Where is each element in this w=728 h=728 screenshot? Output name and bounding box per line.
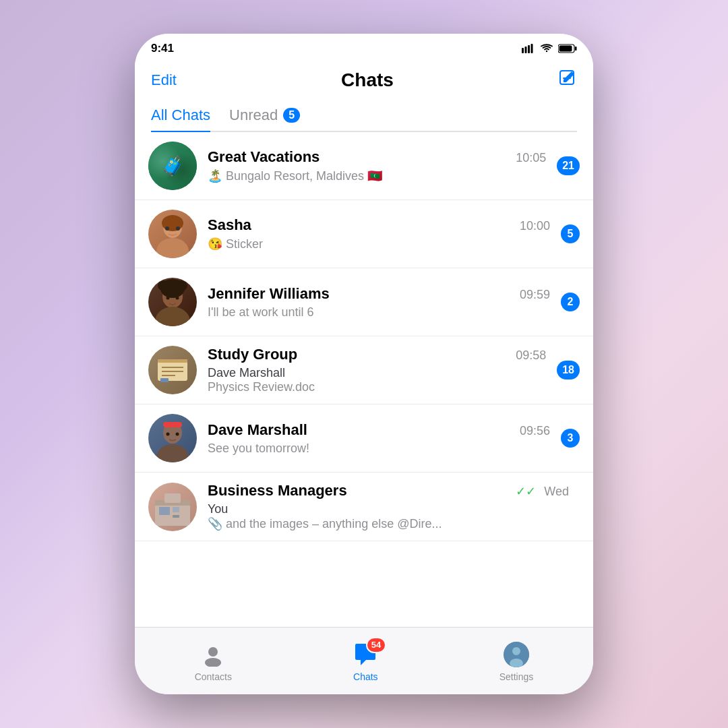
chat-content-sasha: Sasha 10:00 😘 Sticker [208, 216, 550, 251]
signal-icon [522, 44, 535, 53]
svg-rect-34 [159, 507, 170, 515]
unread-count: 2 [561, 293, 580, 311]
nav-bar: Edit Chats All Chats Unread 5 [135, 63, 593, 132]
status-time: 9:41 [151, 42, 174, 55]
avatar-great-vacations: 🧳 [148, 142, 197, 190]
chat-right: 5 [561, 224, 580, 243]
avatar-sasha [148, 210, 197, 258]
svg-rect-2 [528, 45, 530, 53]
chat-content-dave: Dave Marshall 09:56 See you tomorrow! [208, 421, 550, 456]
chat-time: 09:59 [520, 288, 550, 302]
avatar-business [148, 483, 197, 531]
svg-rect-6 [559, 46, 572, 52]
svg-point-12 [162, 215, 183, 231]
chat-name: Study Group [208, 346, 297, 363]
tab-all-chats[interactable]: All Chats [151, 100, 210, 131]
svg-point-14 [176, 226, 180, 231]
contacts-icon [199, 640, 227, 669]
chat-name: Sasha [208, 216, 251, 234]
svg-rect-0 [522, 48, 524, 53]
chats-unread-badge: 54 [366, 637, 386, 653]
chat-preview-line1: Dave Marshall [208, 366, 546, 380]
unread-badge: 5 [283, 108, 300, 123]
chat-time: Wed [544, 485, 569, 499]
svg-rect-30 [163, 422, 182, 427]
svg-point-40 [205, 658, 221, 667]
contacts-label: Contacts [195, 671, 232, 682]
settings-icon [502, 640, 530, 669]
status-bar: 9:41 [135, 34, 593, 63]
svg-point-16 [155, 307, 190, 326]
tab-settings[interactable]: Settings [486, 635, 547, 688]
avatar-dave [148, 414, 197, 462]
chat-time: 10:05 [516, 151, 546, 165]
svg-rect-38 [164, 493, 181, 503]
settings-label: Settings [499, 671, 534, 682]
svg-point-39 [208, 647, 218, 657]
chat-preview: See you tomorrow! [208, 442, 550, 456]
svg-rect-5 [575, 47, 577, 51]
chat-name: Great Vacations [208, 148, 320, 166]
chats-label: Chats [353, 671, 378, 682]
tab-unread[interactable]: Unread 5 [229, 100, 300, 131]
svg-point-20 [166, 297, 170, 300]
chat-item-study-group[interactable]: Study Group 09:58 Dave Marshall Physics … [135, 336, 593, 404]
chat-content-study-group: Study Group 09:58 Dave Marshall Physics … [208, 346, 546, 394]
chat-item-great-vacations[interactable]: 🧳 Great Vacations 10:05 🏝️ Bungalo Resor… [135, 132, 593, 200]
compose-button[interactable] [558, 69, 577, 92]
svg-rect-36 [173, 515, 179, 518]
battery-icon [558, 44, 577, 53]
chat-item-dave[interactable]: Dave Marshall 09:56 See you tomorrow! 3 [135, 404, 593, 473]
chat-time: 09:58 [516, 348, 546, 363]
chat-time: 09:56 [520, 424, 550, 438]
double-check-icon: ✓✓ [516, 484, 536, 499]
chat-item-jennifer[interactable]: Jennifer Williams 09:59 I'll be at work … [135, 268, 593, 336]
svg-rect-23 [158, 359, 187, 363]
chat-list: 🧳 Great Vacations 10:05 🏝️ Bungalo Resor… [135, 132, 593, 627]
chat-preview-line1: You [208, 502, 569, 516]
bottom-tab-bar: Contacts 54 Chats [135, 627, 593, 694]
avatar-jennifer [148, 278, 197, 326]
chat-name: Jennifer Williams [208, 285, 330, 303]
wifi-icon [541, 44, 553, 53]
chat-right: 3 [561, 429, 580, 448]
chat-item-sasha[interactable]: Sasha 10:00 😘 Sticker 5 [135, 200, 593, 268]
tab-chats-active[interactable]: 54 Chats [338, 635, 393, 688]
chat-name: Business Managers [208, 482, 347, 499]
chat-content-great-vacations: Great Vacations 10:05 🏝️ Bungalo Resort,… [208, 148, 546, 183]
svg-point-42 [512, 647, 520, 655]
svg-rect-1 [525, 47, 527, 53]
chat-right: 18 [557, 361, 580, 380]
svg-rect-27 [160, 378, 169, 382]
unread-count: 3 [561, 429, 580, 448]
chat-time: 10:00 [520, 219, 550, 233]
chat-right: 2 [561, 293, 580, 311]
svg-point-19 [174, 280, 187, 291]
page-title: Chats [341, 69, 394, 91]
chat-name: Dave Marshall [208, 421, 307, 439]
svg-point-11 [156, 238, 189, 258]
svg-point-29 [156, 444, 189, 462]
chats-tab-icon: 54 [351, 640, 380, 669]
phone-frame: 9:41 Edit Chats [135, 34, 593, 694]
chat-content-jennifer: Jennifer Williams 09:59 I'll be at work … [208, 285, 550, 320]
tab-bar: All Chats Unread 5 [151, 100, 577, 132]
tab-contacts[interactable]: Contacts [181, 635, 245, 688]
unread-count: 21 [557, 156, 580, 175]
chat-preview: 😘 Sticker [208, 237, 550, 251]
avatar-study-group [148, 346, 197, 394]
svg-point-18 [158, 280, 171, 291]
svg-point-32 [176, 433, 179, 436]
svg-point-13 [165, 226, 169, 231]
unread-count: 5 [561, 224, 580, 243]
chat-content-business: Business Managers ✓✓ Wed You 📎 and the i… [208, 482, 569, 531]
edit-button[interactable]: Edit [151, 71, 177, 89]
chat-right: 21 [557, 156, 580, 175]
svg-rect-3 [531, 44, 533, 53]
chat-item-business[interactable]: Business Managers ✓✓ Wed You 📎 and the i… [135, 473, 593, 541]
chat-preview-line2: Physics Review.doc [208, 380, 546, 394]
chat-preview: 🏝️ Bungalo Resort, Maldives 🇲🇻 [208, 169, 546, 183]
unread-count: 18 [557, 361, 580, 380]
svg-point-31 [166, 433, 170, 436]
svg-point-21 [176, 297, 179, 300]
